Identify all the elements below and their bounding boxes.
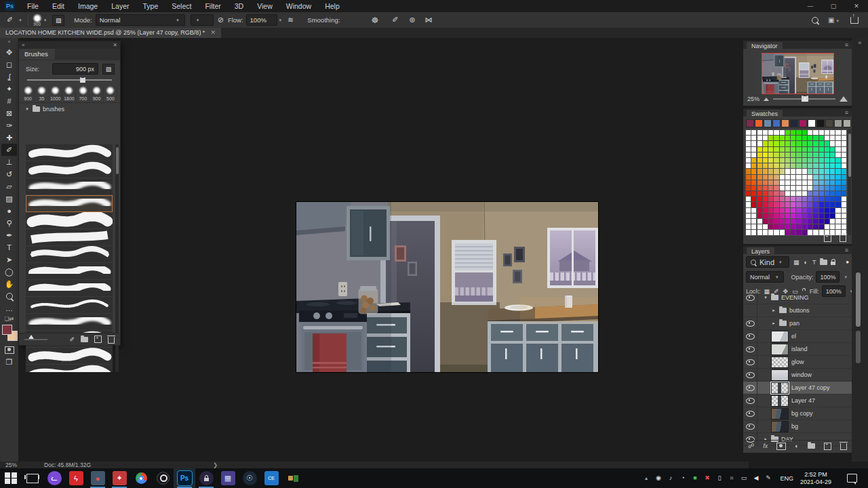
swatch[interactable] xyxy=(763,158,768,163)
swatch[interactable] xyxy=(842,208,846,213)
swatch[interactable] xyxy=(763,175,768,180)
swatch[interactable] xyxy=(757,175,762,180)
swatch[interactable] xyxy=(774,130,778,135)
visibility-toggle[interactable] xyxy=(743,317,757,329)
taskbar-cheat-engine[interactable]: CE xyxy=(260,468,282,488)
swatch[interactable] xyxy=(785,180,790,185)
menu-filter[interactable]: Filter xyxy=(198,0,227,12)
panel-menu-icon[interactable]: ≡ xyxy=(845,109,848,116)
taskbar-steam[interactable]: ☉ xyxy=(239,468,260,488)
swatch[interactable] xyxy=(819,214,824,218)
menu-image[interactable]: Image xyxy=(71,0,104,12)
swatch[interactable] xyxy=(768,180,773,185)
gradient-tool[interactable]: ▨ xyxy=(1,192,17,205)
swatch[interactable] xyxy=(768,214,773,218)
tray-volume[interactable]: ◀ xyxy=(751,474,761,482)
visibility-toggle[interactable] xyxy=(743,343,757,355)
swatch[interactable] xyxy=(774,219,778,224)
swatch[interactable] xyxy=(819,208,824,213)
swatch[interactable] xyxy=(791,152,795,157)
clone-stamp-tool[interactable]: ⊥ xyxy=(1,156,17,168)
swatch[interactable] xyxy=(763,202,768,207)
brush-stroke-item[interactable] xyxy=(26,161,113,178)
swatch[interactable] xyxy=(808,180,812,185)
swatch[interactable] xyxy=(763,224,768,229)
swatch[interactable] xyxy=(774,158,778,163)
layer-row-el[interactable]: el xyxy=(743,330,852,343)
swatch[interactable] xyxy=(842,130,846,135)
swatch[interactable] xyxy=(808,147,812,152)
swatch[interactable] xyxy=(819,136,824,140)
dock-scrollbar-thumb[interactable] xyxy=(856,331,861,363)
swatch[interactable] xyxy=(755,119,763,127)
brush-stroke-item[interactable] xyxy=(26,229,113,246)
pressure-size-toggle-icon[interactable]: ▨ xyxy=(102,64,115,75)
swatch[interactable] xyxy=(835,208,840,213)
navigator-zoom-value[interactable]: 25% xyxy=(747,96,760,102)
swatch[interactable] xyxy=(842,141,846,146)
close-button[interactable]: ✕ xyxy=(845,0,868,12)
swatch[interactable] xyxy=(746,230,751,235)
tray-pen-settings[interactable]: ✎ xyxy=(763,474,773,482)
swatch[interactable] xyxy=(780,224,785,229)
taskbar-purple-app[interactable]: ▦ xyxy=(217,468,239,488)
swatch[interactable] xyxy=(842,163,846,168)
swatch[interactable] xyxy=(830,197,835,201)
swatch[interactable] xyxy=(796,214,801,218)
swatch[interactable] xyxy=(813,158,818,163)
action-center-icon[interactable] xyxy=(847,474,857,483)
swatch[interactable] xyxy=(768,224,773,229)
screen-mode-button[interactable]: ❐ xyxy=(1,356,17,368)
swatch[interactable] xyxy=(768,219,773,224)
swatch[interactable] xyxy=(830,175,835,180)
swatch[interactable] xyxy=(790,119,798,127)
brush-preset-1000[interactable]: 1000 xyxy=(50,86,62,101)
group-expand-arrow[interactable]: ▾ xyxy=(24,106,30,112)
blur-tool[interactable]: ● xyxy=(1,205,17,217)
swatch[interactable] xyxy=(785,197,790,201)
swatch[interactable] xyxy=(835,175,840,180)
swatch[interactable] xyxy=(796,180,801,185)
zoom-tool[interactable] xyxy=(1,290,17,302)
swatch[interactable] xyxy=(757,152,762,157)
swatch[interactable] xyxy=(751,219,756,224)
brush-tool[interactable]: ✐ xyxy=(1,144,17,156)
flow-dropdown[interactable]: ▾ xyxy=(279,18,282,23)
brush-stroke-item[interactable] xyxy=(26,195,113,212)
swatch[interactable] xyxy=(791,180,795,185)
tool-preset-icon[interactable]: ✐ xyxy=(7,16,13,24)
swatch[interactable] xyxy=(808,208,812,213)
swatch[interactable] xyxy=(802,197,807,201)
tray-second-screen[interactable]: ▭ xyxy=(738,474,749,482)
brush-preset-picker[interactable]: 900 xyxy=(33,14,42,26)
swatch[interactable] xyxy=(842,186,846,190)
swatch[interactable] xyxy=(796,224,801,229)
swatch[interactable] xyxy=(780,208,785,213)
crop-tool[interactable]: # xyxy=(1,95,17,107)
minimize-button[interactable]: — xyxy=(799,0,822,12)
swatch[interactable] xyxy=(808,186,812,190)
flow-field[interactable]: 100% xyxy=(246,14,277,26)
swatch[interactable] xyxy=(813,175,818,180)
filter-type-icon[interactable]: T xyxy=(812,259,816,266)
swatch[interactable] xyxy=(751,130,756,135)
swatch[interactable] xyxy=(791,136,795,140)
new-layer-icon[interactable] xyxy=(824,443,831,450)
swatch[interactable] xyxy=(825,224,829,229)
swatch[interactable] xyxy=(835,158,840,163)
visibility-toggle[interactable] xyxy=(743,394,757,407)
swatch[interactable] xyxy=(785,214,790,218)
layer-row-layer-47[interactable]: Layer 47 xyxy=(743,394,852,407)
swatch[interactable] xyxy=(746,175,751,180)
swatch[interactable] xyxy=(819,163,824,168)
swatch[interactable] xyxy=(757,208,762,213)
dock-expand-icon[interactable]: « xyxy=(852,38,868,46)
swatch[interactable] xyxy=(785,158,790,163)
swatch[interactable] xyxy=(796,197,801,201)
layer-row-window[interactable]: window xyxy=(743,369,852,382)
search-icon[interactable] xyxy=(812,17,818,24)
swatch[interactable] xyxy=(751,163,756,168)
swatch[interactable] xyxy=(813,180,818,185)
swatch[interactable] xyxy=(796,169,801,174)
swatch[interactable] xyxy=(808,191,812,196)
